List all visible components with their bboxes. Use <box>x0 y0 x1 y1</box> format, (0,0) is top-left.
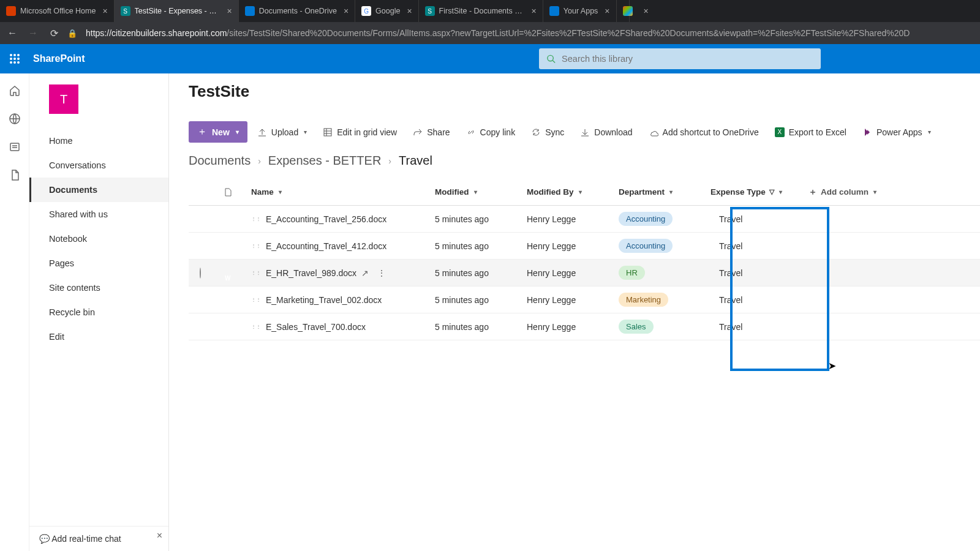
nav-list: Home Conversations Documents Shared with… <box>29 125 168 349</box>
chat-promo-text: Add real-time chat <box>51 534 121 544</box>
cell-expensetype: Travel <box>710 295 809 305</box>
forward-button[interactable]: → <box>26 28 40 39</box>
browser-tab[interactable]: G Google × <box>355 0 419 22</box>
browser-tab[interactable]: S TestSite - Expenses - BETTE × <box>115 0 239 22</box>
browser-tab[interactable]: Your Apps × <box>543 0 617 22</box>
file-name[interactable]: E_Sales_Travel_700.docx <box>266 322 366 332</box>
cell-expensetype: Travel <box>710 214 809 224</box>
close-icon[interactable]: × <box>344 6 349 16</box>
filter-icon: ▽ <box>769 188 774 196</box>
nav-shared[interactable]: Shared with us <box>29 202 168 227</box>
files-icon[interactable] <box>9 169 21 181</box>
search-icon <box>546 54 556 64</box>
new-indicator-icon: ⋮⋮ <box>251 270 261 276</box>
site-logo[interactable]: T <box>49 84 78 114</box>
nav-documents[interactable]: Documents <box>29 178 168 202</box>
column-department[interactable]: Department▾ <box>619 187 710 197</box>
nav-notebook[interactable]: Notebook <box>29 227 168 251</box>
upload-button[interactable]: Upload▾ <box>251 124 313 141</box>
breadcrumb-item[interactable]: Documents <box>189 154 251 168</box>
more-icon[interactable]: ⋮ <box>377 268 386 278</box>
svg-point-3 <box>10 58 12 60</box>
close-icon[interactable]: × <box>605 6 609 16</box>
nav-recyclebin[interactable]: Recycle bin <box>29 300 168 324</box>
new-indicator-icon: ⋮⋮ <box>251 297 261 302</box>
google-favicon: G <box>361 6 371 16</box>
sync-button[interactable]: Sync <box>525 124 570 141</box>
app-launcher[interactable] <box>0 44 29 73</box>
new-button[interactable]: ＋New▾ <box>189 121 247 143</box>
url-text[interactable]: https://citizenbuilders.sharepoint.com/s… <box>86 28 910 38</box>
command-bar: ＋New▾ Upload▾ Edit in grid view Share Co… <box>169 121 980 150</box>
column-expensetype[interactable]: Expense Type ▽▾ <box>710 187 809 197</box>
cell-modifiedby: Henry Legge <box>527 241 619 251</box>
file-name[interactable]: E_Accounting_Travel_256.docx <box>266 214 386 224</box>
close-icon[interactable]: × <box>532 6 537 16</box>
share-icon[interactable]: ↗ <box>361 268 369 278</box>
svg-rect-12 <box>10 143 19 151</box>
powerapps-icon <box>862 127 872 137</box>
home-icon[interactable] <box>9 84 21 97</box>
search-input[interactable] <box>562 54 813 64</box>
tab-title: Microsoft Office Home <box>20 7 96 15</box>
column-name[interactable]: Name▾ <box>251 187 435 197</box>
reload-button[interactable]: ⟳ <box>47 28 61 39</box>
export-button[interactable]: XExport to Excel <box>769 124 853 141</box>
nav-pages[interactable]: Pages <box>29 251 168 276</box>
edit-grid-button[interactable]: Edit in grid view <box>317 124 403 141</box>
suite-product-name[interactable]: SharePoint <box>33 53 85 64</box>
nav-edit[interactable]: Edit <box>29 324 168 349</box>
address-bar: ← → ⟳ 🔒 https://citizenbuilders.sharepoi… <box>0 22 980 44</box>
nav-home[interactable]: Home <box>29 129 168 153</box>
tab-title: Documents - OneDrive <box>259 7 337 15</box>
shortcut-button[interactable]: Add shortcut to OneDrive <box>643 124 765 141</box>
column-doctype[interactable] <box>223 187 251 197</box>
site-title[interactable]: TestSite <box>189 82 249 100</box>
browser-tab[interactable]: My Account × <box>617 0 630 22</box>
new-indicator-icon: ⋮⋮ <box>251 216 261 222</box>
cell-modifiedby: Henry Legge <box>527 268 619 278</box>
close-icon[interactable]: × <box>227 6 232 16</box>
nav-conversations[interactable]: Conversations <box>29 153 168 178</box>
globe-icon[interactable] <box>9 113 21 125</box>
apps-favicon <box>549 6 559 16</box>
column-modified[interactable]: Modified▾ <box>435 187 527 197</box>
table-row[interactable]: ⋮⋮E_Accounting_Travel_256.docx5 minutes … <box>189 206 980 233</box>
file-name[interactable]: E_Accounting_Travel_412.docx <box>266 241 386 251</box>
browser-tab[interactable]: S FirstSite - Documents - All × <box>419 0 543 22</box>
close-icon[interactable]: × <box>157 530 162 541</box>
table-row[interactable]: ⋮⋮E_Marketing_Travel_002.docx5 minutes a… <box>189 287 980 313</box>
upload-icon <box>257 127 267 137</box>
table-row[interactable]: ⋮⋮E_HR_Travel_989.docx↗⋮5 minutes agoHen… <box>189 260 980 287</box>
table-row[interactable]: ⋮⋮E_Accounting_Travel_412.docx5 minutes … <box>189 233 980 260</box>
close-icon[interactable]: × <box>407 6 412 16</box>
cell-expensetype: Travel <box>710 268 809 278</box>
list-header: Name▾ Modified▾ Modified By▾ Department▾… <box>189 179 980 206</box>
add-column-button[interactable]: ＋ Add column ▾ <box>809 187 894 198</box>
table-row[interactable]: ⋮⋮E_Sales_Travel_700.docx5 minutes agoHe… <box>189 313 980 340</box>
cell-modifiedby: Henry Legge <box>527 322 619 332</box>
lock-icon: 🔒 <box>67 29 77 38</box>
file-name[interactable]: E_HR_Travel_989.docx <box>266 268 356 278</box>
browser-tab[interactable]: Documents - OneDrive × <box>239 0 355 22</box>
download-icon <box>580 127 590 137</box>
department-pill: Accounting <box>619 212 673 226</box>
search-box[interactable] <box>539 48 821 69</box>
download-button[interactable]: Download <box>574 124 638 141</box>
copylink-button[interactable]: Copy link <box>460 124 522 141</box>
browser-tab[interactable]: Microsoft Office Home × <box>0 0 115 22</box>
cell-modified: 5 minutes ago <box>435 322 527 332</box>
svg-point-7 <box>13 61 16 64</box>
breadcrumb-item[interactable]: Expenses - BETTER <box>268 154 382 168</box>
column-modifiedby[interactable]: Modified By▾ <box>527 187 619 197</box>
nav-sitecontents[interactable]: Site contents <box>29 276 168 300</box>
chat-promo[interactable]: 💬 Add real-time chat × <box>29 526 168 551</box>
news-icon[interactable] <box>9 141 21 153</box>
main-content: TestSite ＋New▾ Upload▾ Edit in grid view… <box>169 73 980 551</box>
close-icon[interactable]: × <box>102 6 107 16</box>
row-selector[interactable] <box>200 268 201 279</box>
file-name[interactable]: E_Marketing_Travel_002.docx <box>266 295 382 305</box>
share-button[interactable]: Share <box>407 124 456 141</box>
back-button[interactable]: ← <box>5 28 20 39</box>
powerapps-button[interactable]: Power Apps▾ <box>856 124 937 141</box>
